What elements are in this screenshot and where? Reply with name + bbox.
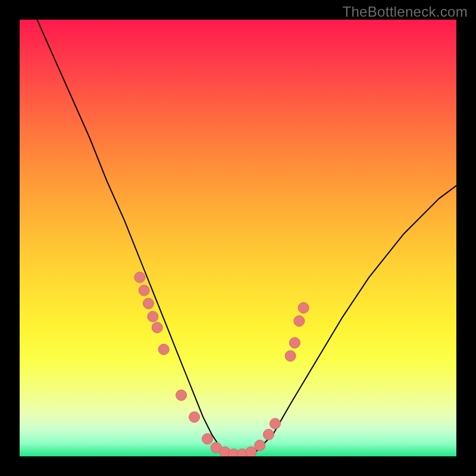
watermark-text: TheBottleneck.com: [342, 4, 468, 20]
data-marker: [289, 337, 300, 348]
chart-frame: TheBottleneck.com: [0, 0, 476, 476]
data-marker: [298, 302, 309, 313]
data-marker: [176, 390, 187, 400]
data-marker: [152, 322, 162, 333]
data-marker: [263, 429, 274, 440]
data-marker: [246, 447, 256, 456]
data-marker: [139, 285, 149, 296]
data-marker: [134, 272, 145, 283]
plot-area: [20, 20, 456, 456]
data-marker: [285, 350, 296, 361]
data-marker: [202, 434, 213, 444]
data-marker: [270, 418, 280, 429]
data-marker: [294, 316, 305, 327]
bottleneck-curve: [37, 20, 456, 456]
curve-path: [37, 20, 456, 456]
marker-group: [134, 272, 309, 456]
data-marker: [158, 344, 169, 355]
data-marker: [143, 298, 154, 309]
chart-svg: [20, 20, 456, 456]
data-marker: [189, 412, 200, 422]
data-marker: [255, 440, 265, 451]
data-marker: [148, 311, 158, 322]
